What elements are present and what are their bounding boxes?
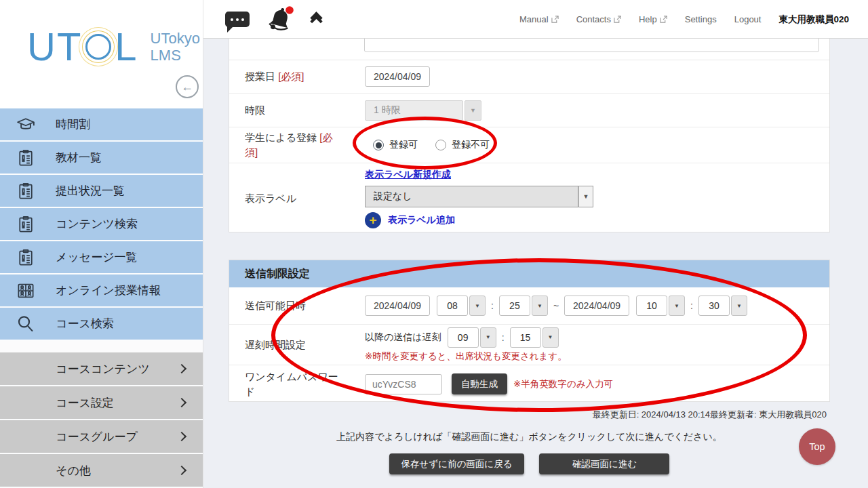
external-link-icon <box>551 16 559 23</box>
sidebar-item-others[interactable]: その他 <box>0 454 203 488</box>
sidebar-item-course-contents[interactable]: コースコンテンツ <box>0 352 203 386</box>
form-row-late-time: 遅刻時間設定 以降の送信は遅刻 09 ▼ : 15 ▼ ※時間を変更すると、出席… <box>229 325 829 365</box>
clipboard-icon <box>14 247 38 268</box>
create-display-label-link[interactable]: 表示ラベル新規作成 <box>365 169 593 181</box>
sidebar-item-submission-status[interactable]: 提出状況一覧 <box>0 175 203 208</box>
late-time-warning: ※時間を変更すると、出席状況も変更されます。 <box>365 350 567 363</box>
sidebar-item-materials[interactable]: 教材一覧 <box>0 142 203 175</box>
clipboard-icon <box>14 181 38 201</box>
contacts-link[interactable]: Contacts <box>576 14 621 24</box>
message-bubble-icon[interactable] <box>225 12 250 27</box>
form-row-student-registration: 学生による登録 [必須] 登録可 登録不可 <box>229 127 829 163</box>
plus-icon[interactable]: + <box>365 212 381 228</box>
bell-icon[interactable] <box>266 5 296 34</box>
late-prefix-text: 以降の送信は遅刻 <box>365 331 441 344</box>
graduation-cap-icon <box>14 115 38 135</box>
dropdown-arrow-icon[interactable]: ▼ <box>465 100 481 121</box>
logo-letter: T <box>57 27 82 66</box>
class-settings-panel: 授業日 [必須] 時限 1 時限 ▼ 学生による登録 [必須] 登録可 <box>229 39 830 232</box>
radio-option-allowed[interactable]: 登録可 <box>373 139 418 151</box>
chevron-right-icon <box>177 398 186 407</box>
sidebar-item-course-settings[interactable]: コース設定 <box>0 386 203 420</box>
go-to-confirm-button[interactable]: 確認画面に進む <box>539 453 669 474</box>
sidebar-item-label: メッセージ一覧 <box>56 249 138 265</box>
tilde-separator: ~ <box>553 300 559 311</box>
late-time-label: 遅刻時間設定 <box>245 338 343 352</box>
sidebar-item-messages[interactable]: メッセージ一覧 <box>0 241 203 274</box>
send-start-date-input[interactable] <box>365 296 430 316</box>
student-reg-label: 学生による登録 <box>245 131 317 143</box>
sidebar-item-label: 提出状況一覧 <box>56 183 125 199</box>
sidebar-item-course-group[interactable]: コースグループ <box>0 420 203 454</box>
send-limit-title: 送信制限設定 <box>229 260 829 287</box>
sidebar-item-label: コース検索 <box>56 316 114 331</box>
display-label-label: 表示ラベル <box>245 191 343 206</box>
sidebar-submenu: コースコンテンツ コース設定 コースグループ その他 <box>0 352 203 488</box>
logo-letter: L <box>115 27 138 66</box>
sidebar-divider <box>0 341 203 352</box>
required-badge: [必須] <box>278 70 304 82</box>
help-link[interactable]: Help <box>639 14 667 24</box>
otp-input[interactable] <box>365 374 442 394</box>
logo-o-rings-icon <box>85 34 111 60</box>
external-link-icon <box>614 16 621 23</box>
spinner-arrow-icon[interactable]: ▼ <box>669 296 685 316</box>
radio-unselected-icon <box>435 140 446 150</box>
radio-selected-icon <box>373 140 384 150</box>
chevron-right-icon <box>177 432 186 441</box>
sidebar-item-label: オンライン授業情報 <box>56 283 161 298</box>
logo-area: U T L UTokyo LMS ← <box>0 0 203 108</box>
class-date-input[interactable] <box>365 66 430 87</box>
sidebar-item-online-class-info[interactable]: オンライン授業情報 <box>0 274 203 308</box>
sidebar-item-content-search[interactable]: コンテンツ検索 <box>0 208 203 241</box>
dropdown-arrow-icon[interactable]: ▼ <box>578 186 593 207</box>
send-end-date-input[interactable] <box>564 296 629 316</box>
sidebar-collapse-button[interactable]: ← <box>176 75 199 98</box>
external-link-icon <box>660 16 667 23</box>
display-label-select: 設定なし ▼ <box>365 186 593 207</box>
double-chevron-up-icon[interactable] <box>312 14 321 26</box>
class-date-label: 授業日 <box>245 70 275 82</box>
otp-note: ※半角英数字のみ入力可 <box>513 378 613 390</box>
back-without-save-button[interactable]: 保存せずに前の画面に戻る <box>389 453 525 474</box>
period-label: 時限 <box>245 103 343 118</box>
notification-dot <box>285 6 294 14</box>
spinner-arrow-icon[interactable]: ▼ <box>542 327 559 348</box>
sidebar: U T L UTokyo LMS ← 時間割 教材一覧 <box>0 0 203 488</box>
sidebar-item-timetable[interactable]: 時間割 <box>0 108 203 142</box>
spinner-arrow-icon[interactable]: ▼ <box>731 296 747 316</box>
clipboard-icon <box>14 214 38 235</box>
logout-link[interactable]: Logout <box>734 14 762 24</box>
otp-label: ワンタイムパスワード <box>245 369 343 399</box>
late-hour-select: 09 ▼ <box>448 327 496 348</box>
video-grid-icon <box>14 281 38 301</box>
send-end-minute-select: 30 ▼ <box>698 296 747 316</box>
scroll-to-top-button[interactable]: Top <box>799 428 835 465</box>
manual-link[interactable]: Manual <box>519 14 559 24</box>
spinner-arrow-icon[interactable]: ▼ <box>469 296 486 316</box>
chevron-right-icon <box>177 364 186 373</box>
spinner-arrow-icon[interactable]: ▼ <box>532 296 548 316</box>
partial-text-input[interactable] <box>364 39 819 52</box>
sidebar-item-label: 時間割 <box>56 117 90 132</box>
sidebar-item-label: コンテンツ検索 <box>56 216 138 232</box>
left-arrow-icon: ← <box>181 80 193 94</box>
auto-generate-button[interactable]: 自動生成 <box>452 373 507 394</box>
period-select: 1 時限 ▼ <box>365 100 481 121</box>
radio-option-not-allowed[interactable]: 登録不可 <box>435 139 490 151</box>
form-row-send-window: 送信可能日時 08 ▼ : 25 ▼ ~ 10 ▼ : <box>229 287 829 325</box>
send-start-minute-select: 25 ▼ <box>499 296 548 316</box>
spinner-arrow-icon[interactable]: ▼ <box>480 327 496 348</box>
settings-link[interactable]: Settings <box>685 14 717 24</box>
send-end-hour-select: 10 ▼ <box>636 296 685 316</box>
sidebar-menu: 時間割 教材一覧 提出状況一覧 コンテンツ検索 メッセージ一覧 <box>0 108 203 341</box>
add-display-label-link[interactable]: 表示ラベル追加 <box>388 214 455 226</box>
sidebar-item-course-search[interactable]: コース検索 <box>0 308 203 341</box>
form-row-period: 時限 1 時限 ▼ <box>229 94 829 127</box>
send-start-hour-select: 08 ▼ <box>437 296 486 316</box>
form-row-one-time-password: ワンタイムパスワード 自動生成 ※半角英数字のみ入力可 <box>229 365 829 403</box>
search-icon <box>14 314 38 334</box>
logo-letter: U <box>27 27 57 66</box>
form-row-display-label: 表示ラベル 表示ラベル新規作成 設定なし ▼ + 表示ラベル追加 <box>229 163 829 233</box>
utol-logo: U T L UTokyo LMS <box>27 27 200 66</box>
